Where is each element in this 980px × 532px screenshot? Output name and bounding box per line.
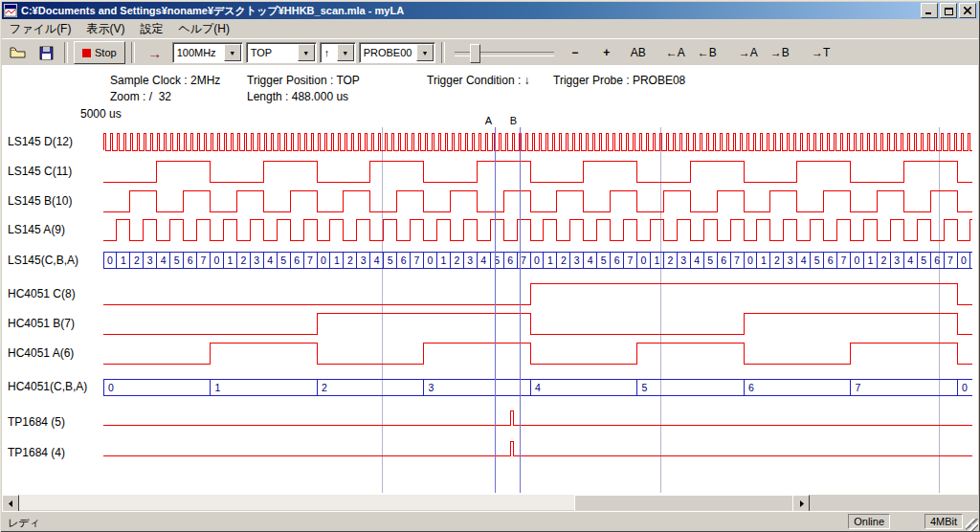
bus-value: 3 — [574, 255, 580, 266]
bus-value: 4 — [267, 255, 273, 266]
bus-value: 2 — [774, 255, 780, 266]
resize-grip[interactable] — [966, 519, 978, 531]
bus-value: 1 — [215, 382, 221, 393]
bus-value: 6 — [614, 255, 620, 266]
horizontal-scrollbar[interactable] — [2, 495, 810, 510]
bus-value: 0 — [107, 255, 113, 266]
bus-value: 1 — [547, 255, 553, 266]
bus-value: 1 — [334, 255, 340, 266]
bus-value: 5 — [174, 255, 180, 266]
arrow-left-icon — [8, 500, 14, 507]
status-online-badge: Online — [848, 514, 890, 529]
bus-value: 2 — [454, 255, 459, 266]
bus-value: 1 — [121, 255, 126, 266]
bus-value: 6 — [294, 255, 300, 266]
bus-value: 0 — [961, 255, 967, 266]
bus-value: 0 — [428, 255, 434, 266]
bus-value: 2 — [134, 255, 140, 266]
bus-value: 0 — [962, 382, 968, 393]
bus-value: 4 — [588, 255, 593, 266]
bus-value: 6 — [721, 255, 726, 266]
bus-value: 3 — [894, 255, 900, 266]
bus-value: 1 — [761, 255, 767, 266]
waveform-bit — [103, 343, 972, 364]
bus-value: 3 — [361, 255, 367, 266]
scroll-left-button[interactable] — [2, 495, 19, 512]
bus-value: 5 — [601, 255, 607, 266]
bus-value: 5 — [814, 255, 820, 266]
bus-value: 3 — [254, 255, 259, 266]
bus-value: 6 — [188, 255, 193, 266]
bus-value: 4 — [801, 255, 807, 266]
waveform-clock — [103, 133, 972, 150]
bus-value: 2 — [880, 255, 886, 266]
bus-value: 0 — [321, 255, 326, 266]
waveform-bit — [103, 190, 972, 211]
waveform-bit — [103, 161, 972, 182]
bus-value: 6 — [934, 255, 940, 266]
status-ready-text: レディ — [8, 516, 40, 530]
bus-value: 5 — [280, 255, 286, 266]
bus-value: 3 — [429, 382, 434, 393]
bus-value: 7 — [201, 255, 207, 266]
bus-value: 0 — [855, 255, 860, 266]
bus-value: 1 — [654, 255, 659, 266]
bus-value: 1 — [867, 255, 873, 266]
waveform-bit — [103, 283, 972, 304]
bus-value: 6 — [507, 255, 513, 266]
bus-value: 7 — [307, 255, 313, 266]
bus-value: 2 — [322, 382, 327, 393]
scroll-right-button[interactable] — [792, 495, 810, 512]
status-memory-badge: 4MBit — [924, 514, 963, 529]
bus-value: 2 — [240, 255, 246, 266]
bus-value: 7 — [841, 255, 847, 266]
bus-value: 4 — [480, 255, 486, 266]
bus-value: 7 — [414, 255, 420, 266]
bus-value: 6 — [748, 382, 754, 393]
bus-value: 1 — [227, 255, 233, 266]
waveform-bit — [103, 313, 972, 334]
bus-value: 7 — [947, 255, 953, 266]
bus-value: 7 — [734, 255, 740, 266]
bus-value: 4 — [374, 255, 380, 266]
bus-value: 7 — [521, 255, 526, 266]
waveform-bit — [103, 219, 972, 240]
bus-value: 0 — [534, 255, 540, 266]
bus-value: 3 — [680, 255, 686, 266]
bus-value: 5 — [642, 382, 648, 393]
arrow-right-icon — [798, 500, 805, 507]
bus-value: 2 — [561, 255, 567, 266]
scrollbar-thumb[interactable] — [574, 495, 796, 512]
bus-value: 5 — [921, 255, 926, 266]
waveform-pulse — [103, 410, 972, 425]
bus-value: 0 — [641, 255, 647, 266]
bus-value: 2 — [667, 255, 673, 266]
bus-value: 4 — [907, 255, 913, 266]
bus-value: 0 — [747, 255, 753, 266]
status-bar: レディ Online 4MBit — [2, 511, 978, 531]
cursor-b-label: B — [510, 115, 517, 126]
app-window: C:¥Documents and Settings¥noname¥デスクトップ¥… — [0, 0, 980, 532]
bus-value: 7 — [856, 382, 861, 393]
bus-value: 3 — [147, 255, 153, 266]
bus-value: 3 — [467, 255, 473, 266]
bus-value: 0 — [108, 382, 114, 393]
bus-value: 3 — [788, 255, 793, 266]
bus-value: 0 — [214, 255, 220, 266]
waveform-pulse — [103, 441, 972, 455]
bus-value: 4 — [535, 382, 541, 393]
scrollbar-filler — [810, 495, 978, 510]
cursor-a-label: A — [485, 115, 493, 126]
bus-value: 6 — [401, 255, 407, 266]
bus-value: 5 — [707, 255, 713, 266]
bus-value: 6 — [828, 255, 834, 266]
bus-value: 5 — [388, 255, 393, 266]
bus-value: 7 — [628, 255, 634, 266]
bus-value: 2 — [347, 255, 353, 266]
waveform-plot: 0123456701234567012345670123456701234567… — [0, 0, 980, 532]
bus-value: 4 — [694, 255, 700, 266]
bus-value: 1 — [440, 255, 446, 266]
bus-value: 4 — [161, 255, 167, 266]
